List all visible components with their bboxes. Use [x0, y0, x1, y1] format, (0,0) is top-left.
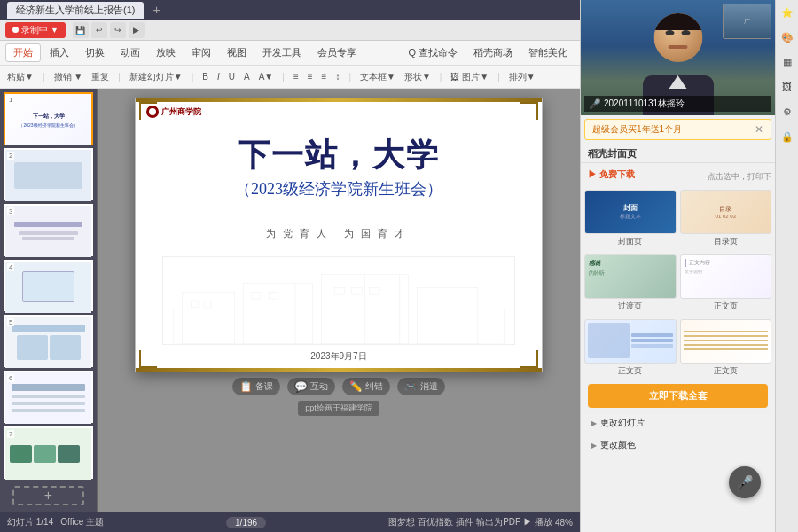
slide-main-title: 下一站，大学	[136, 134, 542, 177]
right-panel: 广 🎤 20201110131林摇玲 超级会员买1年送1个月 ✕ 稻壳封面页	[580, 0, 775, 532]
thumbnail-1[interactable]: 下一站，大学 （2023级经济学院新生班会） 1	[4, 92, 93, 145]
strip-icon-layout[interactable]: ▦	[778, 53, 796, 71]
backup-button[interactable]: 📋 备课	[232, 378, 280, 395]
correct-button[interactable]: ✏️ 纠错	[342, 378, 390, 395]
save-icon[interactable]: 💾	[73, 22, 89, 38]
smart-beauty[interactable]: 智能美化	[521, 44, 575, 61]
font-color-btn[interactable]: A▼	[255, 71, 278, 82]
thumb-number-2: 2	[7, 152, 14, 160]
strip-icon-image[interactable]: 🖼	[778, 78, 796, 96]
font-size[interactable]: 重复	[88, 70, 113, 84]
thumbnail-7[interactable]: 7	[4, 426, 93, 479]
svg-rect-8	[270, 292, 278, 299]
change-color-button[interactable]: ▶ 更改颜色	[584, 434, 771, 456]
webcam-name-badge: 🎤 20201110131林摇玲	[584, 96, 771, 112]
line-spacing[interactable]: ↕	[332, 71, 343, 82]
italic-btn[interactable]: I	[214, 71, 223, 82]
play-btn[interactable]: ▶ 播放	[523, 516, 552, 528]
template-item-5: 正文页	[584, 319, 677, 377]
slide-gold-bar-top	[136, 98, 542, 102]
strip-icon-lock[interactable]: 🔒	[778, 128, 796, 145]
download-all-button[interactable]: 立即下载全套	[588, 384, 768, 408]
quick-access-toolbar: 💾 ↩ ↪ ▶	[73, 22, 145, 38]
menu-developer[interactable]: 开发工具	[255, 44, 309, 61]
strikethrough-btn[interactable]: A	[240, 71, 254, 82]
undo-icon[interactable]: ↩	[91, 22, 107, 38]
change-slides-button[interactable]: ▶ 更改幻灯片	[584, 411, 771, 434]
ad-banner: 超级会员买1年送1个月 ✕	[584, 119, 771, 140]
strip-icon-settings[interactable]: ⚙	[778, 103, 796, 121]
daoke-store[interactable]: 稻壳商场	[466, 44, 520, 61]
align-left[interactable]: ≡	[290, 71, 302, 82]
webcam-thumbnail: 广	[723, 4, 771, 39]
thumbnail-6[interactable]: 6	[4, 371, 93, 423]
font-select[interactable]: 撤销 ▼	[51, 70, 87, 84]
template-thumb-2[interactable]: 目录 01 02 03	[680, 190, 772, 234]
webcam-mic-icon: 🎤	[589, 98, 601, 110]
interact-button[interactable]: 💬 互动	[287, 378, 335, 395]
search-command[interactable]: Q 查找命令	[401, 44, 465, 61]
recording-button[interactable]: 录制中 ▼	[5, 22, 66, 38]
recording-indicator	[12, 27, 19, 33]
svg-rect-9	[334, 287, 345, 294]
page-indicator: 1/196	[226, 517, 266, 528]
template-label-5: 正文页	[584, 365, 677, 377]
strip-icon-star[interactable]: ⭐	[778, 4, 796, 21]
dreaming-btn[interactable]: 图梦想	[388, 516, 415, 528]
svg-rect-11	[369, 287, 379, 294]
bold-btn[interactable]: B	[199, 71, 212, 82]
template-thumb-1[interactable]: 封面 标题文本	[584, 190, 677, 234]
thumbnail-3[interactable]: 3	[4, 204, 93, 256]
active-tab[interactable]: 经济新生入学前线上报告(1)	[7, 2, 144, 19]
svg-rect-1	[183, 292, 235, 344]
menu-insert[interactable]: 插入	[43, 44, 76, 61]
thumbnail-4[interactable]: 4	[4, 260, 93, 312]
align-center[interactable]: ≡	[304, 71, 317, 82]
paste-btn[interactable]: 粘贴▼	[4, 70, 37, 84]
logo-circle	[146, 106, 159, 118]
menu-transition[interactable]: 切换	[78, 44, 112, 61]
template-item-6: 正文页	[680, 319, 772, 377]
template-label-3: 过渡页	[584, 301, 677, 312]
new-slide-btn[interactable]: 新建幻灯片▼	[126, 70, 186, 84]
ad-close-button[interactable]: ✕	[755, 123, 763, 136]
leisure-button[interactable]: 🎮 消遣	[397, 378, 445, 395]
align-right[interactable]: ≡	[318, 71, 331, 82]
picture-btn[interactable]: 🖼 图片▼	[447, 70, 492, 84]
template-thumb-5[interactable]	[584, 319, 677, 364]
template-thumb-3[interactable]: 感谢 的聆听	[584, 254, 677, 299]
best-index-btn[interactable]: 百优指数	[418, 516, 453, 528]
play-icon[interactable]: ▶	[129, 22, 145, 38]
add-tab-button[interactable]: +	[149, 3, 163, 17]
strip-icon-palette[interactable]: 🎨	[778, 28, 796, 46]
export-pdf-btn[interactable]: 输出为PDF	[476, 516, 520, 528]
presentation-area: 经济新生入学前线上报告(1) + 录制中 ▼ 💾 ↩ ↪ ▶ 开始 插入 切换 …	[0, 0, 580, 532]
menu-start[interactable]: 开始	[5, 43, 41, 62]
add-slide-button[interactable]: +	[12, 486, 84, 505]
svg-rect-10	[352, 287, 363, 294]
arrange-btn[interactable]: 排列▼	[505, 70, 539, 84]
template-thumb-6[interactable]	[680, 319, 772, 364]
thumbnail-5[interactable]: 5	[4, 315, 93, 367]
shape-btn[interactable]: 形状▼	[401, 70, 434, 84]
plugin-btn[interactable]: 插件	[456, 516, 473, 528]
webcam-area: 广 🎤 20201110131林摇玲	[581, 0, 775, 115]
thumbnail-2[interactable]: 2	[4, 148, 93, 200]
template-grid-3: 正文页	[584, 319, 771, 377]
template-thumb-4[interactable]: 正文内容 文字说明	[680, 254, 772, 299]
template-section: ▶ 免费下载 点击选中，打印下 封面 标题文本 封面页	[581, 163, 775, 486]
slide-logo: 广州商学院	[146, 106, 201, 118]
menu-slideshow[interactable]: 放映	[149, 44, 183, 61]
menu-review[interactable]: 审阅	[184, 44, 218, 61]
menu-animation[interactable]: 动画	[113, 44, 147, 61]
text-box-btn[interactable]: 文本框▼	[356, 70, 399, 84]
mute-mic-button[interactable]: 🎤	[729, 466, 761, 498]
underline-btn[interactable]: U	[225, 71, 239, 82]
redo-icon[interactable]: ↪	[110, 22, 126, 38]
menu-member[interactable]: 会员专享	[310, 44, 364, 61]
slide-motto: 为党育人 为国育才	[136, 227, 542, 240]
menu-view[interactable]: 视图	[220, 44, 254, 61]
zoom-btn[interactable]: 48%	[555, 518, 573, 528]
webcam-video: 广 🎤 20201110131林摇玲	[581, 0, 775, 115]
slide-building-bg	[162, 256, 515, 345]
